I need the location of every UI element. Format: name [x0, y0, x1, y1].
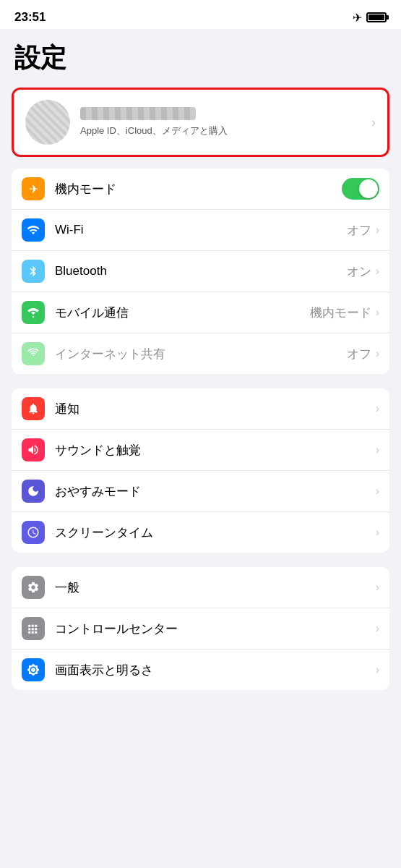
airplane-label: 機内モード	[55, 181, 342, 197]
settings-item-screentime[interactable]: スクリーンタイム ›	[12, 512, 389, 553]
wifi-label: Wi-Fi	[55, 223, 347, 237]
hotspot-icon	[27, 347, 40, 360]
page-title: 設定	[0, 29, 401, 82]
settings-item-control-center[interactable]: コントロールセンター ›	[12, 608, 389, 650]
airplane-mode-icon-wrap: ✈	[22, 177, 45, 200]
settings-item-display[interactable]: 画面表示と明るさ ›	[12, 650, 389, 690]
wifi-icon-wrap	[22, 218, 45, 242]
profile-name-blur	[80, 107, 196, 120]
status-time: 23:51	[14, 10, 46, 25]
dnd-chevron: ›	[376, 485, 379, 498]
wifi-icon	[27, 224, 40, 237]
wifi-value: オフ	[347, 222, 371, 239]
settings-item-dnd[interactable]: おやすみモード ›	[12, 471, 389, 512]
screentime-chevron: ›	[376, 526, 379, 539]
settings-item-wifi[interactable]: Wi-Fi オフ ›	[12, 210, 389, 251]
profile-info: Apple ID、iCloud、メディアと購入	[80, 107, 361, 137]
wifi-chevron: ›	[376, 224, 379, 237]
settings-item-bluetooth[interactable]: Bluetooth オン ›	[12, 251, 389, 292]
general-icon	[27, 581, 40, 594]
settings-item-notifications[interactable]: 通知 ›	[12, 388, 389, 430]
screentime-label: スクリーンタイム	[55, 524, 376, 541]
notifications-icon	[27, 402, 40, 415]
sounds-icon	[27, 443, 40, 456]
general-icon-wrap	[22, 576, 45, 599]
profile-chevron: ›	[371, 115, 376, 130]
notifications-chevron: ›	[376, 402, 379, 415]
settings-item-hotspot[interactable]: インターネット共有 オフ ›	[12, 333, 389, 374]
bluetooth-chevron: ›	[376, 265, 379, 278]
bluetooth-icon	[27, 265, 39, 278]
screentime-icon	[27, 526, 40, 539]
sounds-chevron: ›	[376, 443, 379, 456]
settings-item-general[interactable]: 一般 ›	[12, 567, 389, 608]
airplane-icon: ✈	[29, 182, 38, 196]
cellular-label: モバイル通信	[55, 305, 310, 321]
hotspot-value: オフ	[347, 346, 371, 362]
control-center-icon	[27, 622, 40, 635]
notifications-label: 通知	[55, 401, 376, 417]
cellular-value: 機内モード	[310, 305, 371, 321]
settings-item-sounds[interactable]: サウンドと触覚 ›	[12, 430, 389, 471]
status-icons: ✈	[353, 11, 387, 25]
bluetooth-value: オン	[347, 263, 371, 280]
battery-icon	[366, 12, 387, 22]
hotspot-chevron: ›	[376, 347, 379, 360]
dnd-icon	[27, 485, 40, 498]
general-chevron: ›	[376, 581, 379, 594]
general-label: 一般	[55, 579, 376, 596]
display-chevron: ›	[376, 663, 379, 676]
control-center-icon-wrap	[22, 617, 45, 640]
status-bar: 23:51 ✈	[0, 0, 401, 29]
settings-item-airplane[interactable]: ✈ 機内モード	[12, 169, 389, 210]
airplane-mode-icon: ✈	[353, 11, 362, 25]
notification-settings-group: 通知 › サウンドと触覚 › おやすみモード › スクリーンタイム ›	[12, 388, 389, 553]
settings-item-cellular[interactable]: モバイル通信 機内モード ›	[12, 292, 389, 333]
sounds-label: サウンドと触覚	[55, 442, 376, 459]
dnd-icon-wrap	[22, 480, 45, 503]
display-label: 画面表示と明るさ	[55, 662, 376, 678]
screentime-icon-wrap	[22, 521, 45, 544]
hotspot-label: インターネット共有	[55, 346, 347, 362]
airplane-toggle[interactable]	[342, 178, 379, 200]
general-settings-group: 一般 › コントロールセンター › 画面表示と明るさ ›	[12, 567, 389, 690]
control-center-chevron: ›	[376, 622, 379, 635]
bluetooth-label: Bluetooth	[55, 264, 347, 278]
profile-card[interactable]: Apple ID、iCloud、メディアと購入 ›	[12, 88, 389, 157]
cellular-icon-wrap	[22, 301, 45, 324]
notifications-icon-wrap	[22, 397, 45, 420]
display-icon-wrap	[22, 658, 45, 681]
cellular-chevron: ›	[376, 306, 379, 319]
hotspot-icon-wrap	[22, 342, 45, 365]
sounds-icon-wrap	[22, 438, 45, 461]
bluetooth-icon-wrap	[22, 260, 45, 283]
control-center-label: コントロールセンター	[55, 621, 376, 637]
display-icon	[27, 663, 40, 676]
cellular-icon	[27, 306, 40, 319]
network-settings-group: ✈ 機内モード Wi-Fi オフ › Bluetooth オン ›	[12, 169, 389, 374]
dnd-label: おやすみモード	[55, 483, 376, 500]
avatar	[25, 100, 70, 145]
profile-sub-label: Apple ID、iCloud、メディアと購入	[80, 124, 361, 137]
